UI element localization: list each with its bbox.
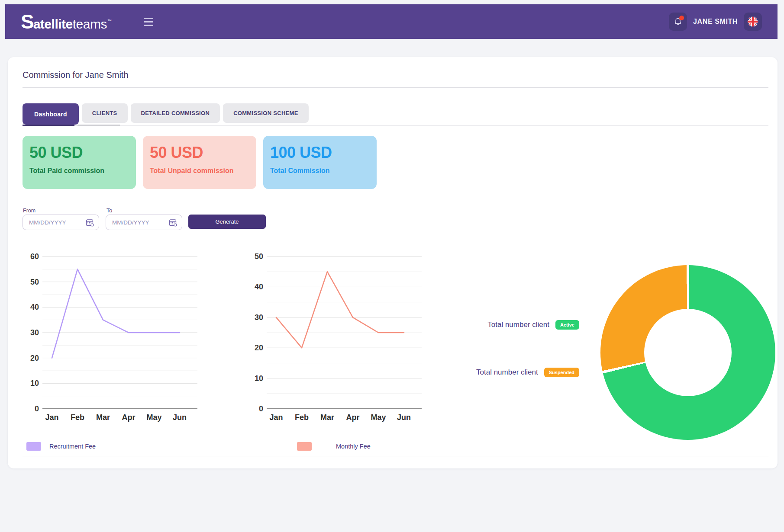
svg-text:Apr: Apr bbox=[122, 413, 136, 422]
recruitment-fee-line-chart: 0102030405060JanFebMarAprMayJun bbox=[23, 248, 210, 428]
stat-label: Total Commission bbox=[270, 167, 370, 175]
from-date-input[interactable] bbox=[29, 219, 77, 226]
svg-text:Mar: Mar bbox=[96, 413, 110, 422]
title-divider bbox=[23, 87, 768, 88]
from-date-field bbox=[23, 215, 99, 230]
svg-text:Jan: Jan bbox=[269, 413, 283, 422]
donut-legend-row-suspended: Total number clientSuspended bbox=[476, 368, 579, 377]
stat-card-total-unpaid-commission: 50 USDTotal Unpaid commission bbox=[143, 136, 256, 189]
to-date-field bbox=[106, 215, 182, 230]
generate-button[interactable]: Generate bbox=[188, 215, 266, 229]
svg-text:20: 20 bbox=[30, 354, 39, 362]
top-navbar: Satelliteteams™ JANE SMITH bbox=[5, 4, 778, 39]
from-calendar-icon[interactable] bbox=[85, 218, 94, 227]
legend-label: Recruitment Fee bbox=[49, 443, 96, 450]
tab-commission-scheme[interactable]: COMMISSION SCHEME bbox=[223, 103, 309, 123]
bottom-divider bbox=[23, 456, 768, 456]
svg-text:0: 0 bbox=[35, 404, 39, 413]
menu-icon[interactable] bbox=[141, 15, 156, 29]
stat-card-total-commission: 100 USDTotal Commission bbox=[263, 136, 377, 189]
svg-text:Feb: Feb bbox=[71, 413, 84, 422]
tab-detailed-commission[interactable]: DETAILED COMMISSION bbox=[131, 103, 220, 123]
legend-swatch-recruitment-fee bbox=[26, 442, 41, 451]
svg-text:Jun: Jun bbox=[173, 413, 187, 422]
svg-text:40: 40 bbox=[30, 303, 39, 311]
svg-text:10: 10 bbox=[30, 379, 39, 388]
donut-legend-row-active: Total number clientActive bbox=[487, 320, 579, 330]
svg-text:40: 40 bbox=[255, 282, 263, 291]
donut-label-text: Total number client bbox=[487, 320, 549, 329]
brand-logo: Satelliteteams™ bbox=[21, 12, 112, 32]
svg-text:Mar: Mar bbox=[320, 413, 334, 422]
svg-text:20: 20 bbox=[255, 343, 263, 352]
recruitment-fee-legend: Recruitment Fee bbox=[26, 442, 96, 451]
notification-badge-dot bbox=[679, 16, 684, 20]
tabstrip-scroll-rail bbox=[77, 125, 120, 126]
trademark-symbol: ™ bbox=[107, 19, 112, 23]
svg-text:May: May bbox=[146, 413, 161, 422]
tab-strip: DashboardCLIENTSDETAILED COMMISSIONCOMMI… bbox=[23, 103, 309, 125]
to-date-input[interactable] bbox=[112, 219, 160, 226]
svg-text:10: 10 bbox=[255, 374, 263, 383]
svg-text:30: 30 bbox=[30, 328, 39, 337]
monthly-fee-legend: Monthly Fee bbox=[297, 442, 371, 451]
stat-value: 100 USD bbox=[270, 144, 370, 162]
stat-label: Total Paid commission bbox=[29, 167, 129, 175]
tab-clients[interactable]: CLIENTS bbox=[82, 103, 128, 123]
filter-divider bbox=[23, 200, 768, 200]
stat-card-total-paid-commission: 50 USDTotal Paid commission bbox=[23, 136, 136, 189]
brand-s-icon: S bbox=[21, 12, 33, 32]
tabstrip-baseline bbox=[23, 125, 768, 126]
brand-wordmark-light: teams bbox=[73, 17, 107, 32]
content-card: Commission for Jane Smith DashboardCLIEN… bbox=[8, 57, 778, 468]
notifications-button[interactable] bbox=[669, 13, 687, 31]
svg-text:0: 0 bbox=[259, 404, 263, 413]
svg-text:Jan: Jan bbox=[45, 413, 58, 422]
svg-text:Apr: Apr bbox=[346, 413, 360, 422]
from-label: From bbox=[23, 208, 35, 214]
svg-text:Feb: Feb bbox=[295, 413, 309, 422]
active-tab-indicator bbox=[23, 125, 74, 126]
legend-label: Monthly Fee bbox=[336, 443, 371, 450]
brand-wordmark-bold: atellite bbox=[33, 17, 73, 32]
client-status-donut-chart bbox=[600, 265, 775, 440]
page-title: Commission for Jane Smith bbox=[23, 70, 129, 80]
status-badge-active: Active bbox=[555, 320, 579, 330]
svg-text:Jun: Jun bbox=[397, 413, 411, 422]
navbar-right: JANE SMITH bbox=[669, 13, 762, 31]
user-name[interactable]: JANE SMITH bbox=[693, 18, 738, 26]
stat-value: 50 USD bbox=[29, 144, 129, 162]
monthly-fee-line-chart: 01020304050JanFebMarAprMayJun bbox=[248, 248, 434, 428]
status-badge-suspended: Suspended bbox=[544, 368, 579, 377]
stat-value: 50 USD bbox=[150, 144, 249, 162]
donut-label-text: Total number client bbox=[476, 368, 538, 377]
legend-swatch-monthly-fee bbox=[297, 442, 312, 451]
to-label: To bbox=[106, 208, 112, 214]
tab-dashboard[interactable]: Dashboard bbox=[23, 103, 79, 125]
svg-text:60: 60 bbox=[30, 252, 39, 261]
svg-text:50: 50 bbox=[30, 278, 39, 286]
svg-text:30: 30 bbox=[255, 313, 263, 322]
uk-flag-icon bbox=[747, 16, 759, 28]
svg-text:May: May bbox=[371, 413, 386, 422]
to-calendar-icon[interactable] bbox=[168, 218, 177, 227]
language-button[interactable] bbox=[744, 13, 762, 31]
stat-cards-row: 50 USDTotal Paid commission50 USDTotal U… bbox=[23, 136, 377, 189]
svg-text:50: 50 bbox=[255, 252, 263, 261]
stat-label: Total Unpaid commission bbox=[150, 167, 249, 175]
